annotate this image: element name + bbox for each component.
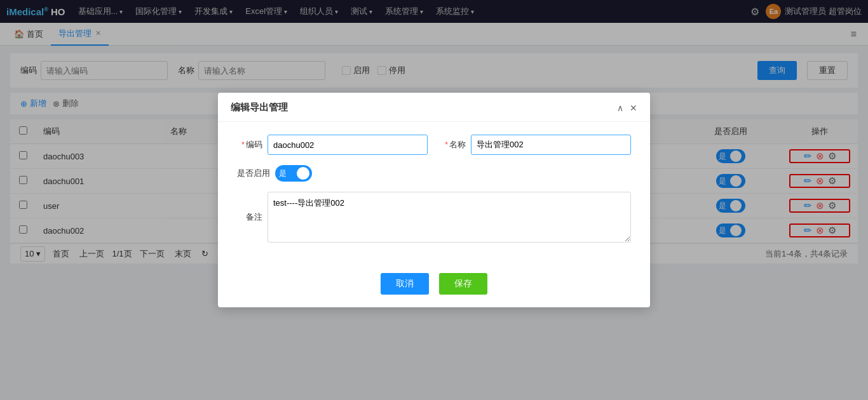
enabled-toggle[interactable]: 是 [275, 165, 312, 182]
toggle-enabled-text: 是 [279, 168, 287, 179]
enabled-field-label: 是否启用 [237, 168, 270, 179]
remark-field-label: 备注 [237, 211, 262, 223]
form-row-remark: 备注 test----导出管理002 [237, 192, 631, 243]
required-marker: * [241, 140, 245, 149]
field-code: *编码 [237, 135, 428, 155]
code-field-label: *编码 [237, 139, 262, 150]
minimize-icon[interactable]: ∧ [617, 103, 623, 113]
dialog-controls: ∧ ✕ [617, 103, 637, 113]
dialog-title: 编辑导出管理 [231, 102, 288, 114]
field-enabled: 是否启用 是 [237, 165, 631, 182]
form-row-enabled: 是否启用 是 [237, 165, 631, 182]
field-remark: 备注 test----导出管理002 [237, 192, 631, 243]
save-button[interactable]: 保存 [439, 273, 487, 295]
name-input[interactable] [471, 135, 631, 155]
edit-dialog: 编辑导出管理 ∧ ✕ *编码 *名称 [218, 93, 650, 307]
dialog-header: 编辑导出管理 ∧ ✕ [218, 93, 650, 122]
field-name: *名称 [440, 135, 631, 155]
cancel-button[interactable]: 取消 [381, 273, 429, 295]
code-input[interactable] [268, 135, 428, 155]
toggle-row: 是 [275, 165, 312, 182]
dialog-footer: 取消 保存 [218, 265, 650, 307]
modal-overlay: 编辑导出管理 ∧ ✕ *编码 *名称 [0, 0, 868, 380]
form-row-code-name: *编码 *名称 [237, 135, 631, 155]
close-icon[interactable]: ✕ [630, 103, 637, 113]
dialog-body: *编码 *名称 是否启用 是 [218, 122, 650, 265]
required-marker: * [445, 140, 448, 149]
name-field-label: *名称 [440, 139, 466, 150]
remark-textarea[interactable]: test----导出管理002 [268, 192, 631, 243]
toggle-switch-circle [297, 167, 309, 180]
